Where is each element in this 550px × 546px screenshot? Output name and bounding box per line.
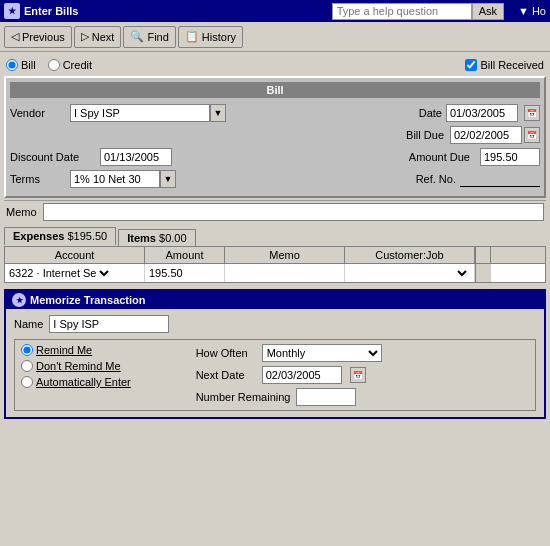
bill-received-checkbox[interactable] (465, 59, 477, 71)
ask-button[interactable]: Ask (472, 3, 504, 20)
next-date-row: Next Date 📅 (196, 366, 529, 384)
customer-job-select[interactable]: ▼ (454, 266, 470, 280)
number-remaining-input[interactable] (296, 388, 356, 406)
col-memo: Memo (225, 247, 345, 263)
date-label: Date (419, 107, 442, 119)
window-arrow: ▼ Ho (512, 5, 546, 17)
amount-due-input[interactable] (480, 148, 540, 166)
prev-icon: ◁ (11, 30, 19, 43)
col-customer-job: Customer:Job (345, 247, 475, 263)
col-amount: Amount (145, 247, 225, 263)
how-often-section: How Often Monthly Weekly Yearly Next Dat… (196, 344, 529, 406)
history-button[interactable]: 📋 History (178, 26, 243, 48)
tab-expenses[interactable]: Expenses $195.50 (4, 227, 116, 246)
discount-date-label: Discount Date (10, 151, 100, 163)
memo-row: Memo (4, 200, 546, 223)
cell-amount[interactable]: 195.50 (145, 264, 225, 282)
tabs-row: Expenses $195.50 Items $0.00 (4, 227, 546, 246)
remind-me-label[interactable]: Remind Me (21, 344, 188, 356)
amount-due-label: Amount Due (409, 151, 470, 163)
find-icon: 🔍 (130, 30, 144, 43)
remind-me-radio[interactable] (21, 344, 33, 356)
next-date-input[interactable] (262, 366, 342, 384)
refno-area: Ref. No. (396, 171, 540, 187)
name-label: Name (14, 318, 43, 330)
memorize-section: ★ Memorize Transaction Name Remind Me Do… (4, 289, 546, 419)
memo-label: Memo (6, 206, 37, 218)
bill-due-row: Bill Due 📅 (10, 126, 540, 144)
terms-dropdown[interactable]: ▼ (160, 170, 176, 188)
memorize-title-bar: ★ Memorize Transaction (6, 291, 544, 309)
reminder-options: Remind Me Don't Remind Me Automatically … (21, 344, 188, 388)
date-area: Date 📅 (419, 104, 540, 122)
options-row: Remind Me Don't Remind Me Automatically … (14, 339, 536, 411)
bill-received-area: Bill Received (465, 59, 544, 71)
vendor-date-row: Vendor ▼ Date 📅 (10, 104, 540, 122)
title-bar: ★ Enter Bills Ask ▼ Ho (0, 0, 550, 22)
bill-due-label: Bill Due (406, 129, 444, 141)
amount-due-area: Amount Due (409, 148, 540, 166)
cell-customer-job[interactable]: ▼ (345, 264, 475, 282)
auto-enter-label[interactable]: Automatically Enter (21, 376, 188, 388)
table-header: Account Amount Memo Customer:Job (5, 247, 545, 264)
date-calendar-icon[interactable]: 📅 (524, 105, 540, 121)
vendor-input[interactable] (70, 104, 210, 122)
memo-input[interactable] (43, 203, 544, 221)
dont-remind-label[interactable]: Don't Remind Me (21, 360, 188, 372)
terms-input[interactable] (70, 170, 160, 188)
help-area: Ask (332, 3, 504, 20)
scroll-cell[interactable] (475, 264, 491, 282)
next-icon: ▷ (81, 30, 89, 43)
bill-form: Bill Vendor ▼ Date 📅 Bill Due 📅 Discount… (4, 76, 546, 198)
scroll-header (475, 247, 491, 263)
cell-memo[interactable] (225, 264, 345, 282)
how-often-row: How Often Monthly Weekly Yearly (196, 344, 529, 362)
refno-label: Ref. No. (416, 173, 456, 185)
bill-section-header: Bill (10, 82, 540, 98)
dont-remind-radio[interactable] (21, 360, 33, 372)
col-account: Account (5, 247, 145, 263)
date-input[interactable] (446, 104, 518, 122)
app-icon: ★ (4, 3, 20, 19)
tab-items[interactable]: Items $0.00 (118, 229, 195, 246)
bill-radio-label[interactable]: Bill (6, 59, 36, 71)
credit-radio[interactable] (48, 59, 60, 71)
table-row: 6322 · Internet Se ▼ 195.50 ▼ (5, 264, 545, 282)
vendor-label: Vendor (10, 107, 70, 119)
main-content: Bill Credit Bill Received Bill Vendor ▼ … (0, 52, 550, 423)
history-icon: 📋 (185, 30, 199, 43)
number-remaining-label: Number Remaining (196, 391, 291, 403)
help-input[interactable] (332, 3, 472, 20)
auto-enter-radio[interactable] (21, 376, 33, 388)
name-row: Name (14, 315, 536, 333)
terms-refno-row: Terms ▼ Ref. No. (10, 170, 540, 188)
name-input[interactable] (49, 315, 169, 333)
memorize-icon: ★ (12, 293, 26, 307)
bill-credit-group: Bill Credit (6, 59, 92, 71)
discount-date-input[interactable] (100, 148, 172, 166)
account-select[interactable]: ▼ (96, 266, 112, 280)
how-often-label: How Often (196, 347, 256, 359)
toolbar: ◁ Previous ▷ Next 🔍 Find 📋 History (0, 22, 550, 52)
next-date-calendar-icon[interactable]: 📅 (350, 367, 366, 383)
next-button[interactable]: ▷ Next (74, 26, 122, 48)
window-title: Enter Bills (24, 5, 332, 17)
discount-amount-row: Discount Date Amount Due (10, 148, 540, 166)
bill-radio[interactable] (6, 59, 18, 71)
previous-button[interactable]: ◁ Previous (4, 26, 72, 48)
credit-radio-label[interactable]: Credit (48, 59, 92, 71)
expenses-table: Account Amount Memo Customer:Job 6322 · … (4, 246, 546, 283)
bill-due-input[interactable] (450, 126, 522, 144)
how-often-select[interactable]: Monthly Weekly Yearly (262, 344, 382, 362)
number-remaining-row: Number Remaining (196, 388, 529, 406)
memorize-body: Name Remind Me Don't Remind Me Automa (6, 309, 544, 417)
bill-credit-row: Bill Credit Bill Received (4, 56, 546, 74)
find-button[interactable]: 🔍 Find (123, 26, 175, 48)
bill-due-calendar-icon[interactable]: 📅 (524, 127, 540, 143)
vendor-dropdown[interactable]: ▼ (210, 104, 226, 122)
terms-label: Terms (10, 173, 70, 185)
next-date-label: Next Date (196, 369, 256, 381)
refno-input[interactable] (460, 171, 540, 187)
cell-account[interactable]: 6322 · Internet Se ▼ (5, 264, 145, 282)
